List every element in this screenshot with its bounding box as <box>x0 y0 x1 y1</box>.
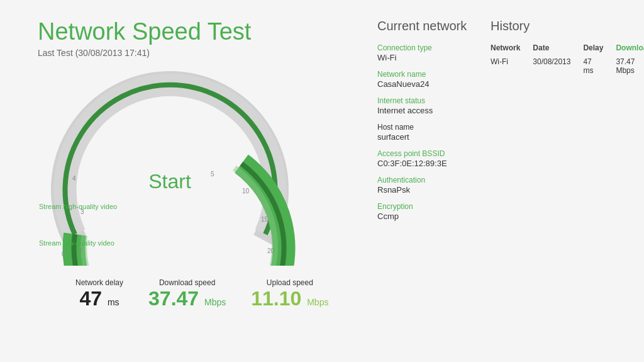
download-value: 37.47 Mbps <box>148 288 226 308</box>
host-name-label: Host name <box>377 123 491 132</box>
svg-text:4: 4 <box>72 175 76 182</box>
right-columns: Current network Connection type Wi-Fi Ne… <box>377 19 621 229</box>
host-name-value: surfacert <box>377 132 491 142</box>
upload-speed-stat: Upload speed 11.10 Mbps <box>251 278 328 308</box>
internet-status-value: Internet access <box>377 106 491 115</box>
svg-text:2: 2 <box>79 247 82 254</box>
auth-label: Authentication <box>377 176 491 184</box>
bssid-value: C0:3F:0E:12:89:3E <box>377 159 491 168</box>
delay-value: 47 ms <box>75 288 123 308</box>
col-header-network: Network <box>491 43 533 57</box>
network-name-label: Network name <box>377 70 491 79</box>
current-network-col: Current network Connection type Wi-Fi Ne… <box>377 19 491 229</box>
info-bssid: Access point BSSID C0:3F:0E:12:89:3E <box>377 149 491 168</box>
col-header-date: Date <box>533 43 583 57</box>
history-delay: 47 ms <box>583 57 616 77</box>
svg-text:Stream low-quality video: Stream low-quality video <box>39 239 114 247</box>
info-connection-type: Connection type Wi-Fi <box>377 43 491 62</box>
history-table: Network Date Delay Download Wi-Fi 30/08/… <box>491 43 644 77</box>
gauge-area: 0 0.5 5 10 15 20 30 40 50 4 3 2 1 Stream <box>38 71 302 272</box>
history-download: 37.47 Mbps <box>616 57 644 77</box>
upload-label: Upload speed <box>251 278 328 287</box>
download-speed-stat: Download speed 37.47 Mbps <box>148 278 226 308</box>
info-internet-status: Internet status Internet access <box>377 96 491 115</box>
auth-value: RsnaPsk <box>377 185 491 195</box>
download-label: Download speed <box>148 278 226 287</box>
delay-label: Network delay <box>75 278 123 287</box>
history-col: History Network Date Delay Download Wi-F… <box>491 19 644 229</box>
internet-status-label: Internet status <box>377 96 491 105</box>
svg-text:15: 15 <box>261 216 269 223</box>
network-delay-stat: Network delay 47 ms <box>75 278 123 308</box>
col-header-delay: Delay <box>583 43 616 57</box>
connection-type-label: Connection type <box>377 43 491 52</box>
info-authentication: Authentication RsnaPsk <box>377 176 491 195</box>
app-title: Network Speed Test <box>38 19 365 45</box>
info-host-name: Host name surfacert <box>377 123 491 142</box>
connection-type-value: Wi-Fi <box>377 53 491 62</box>
svg-text:20: 20 <box>267 247 275 254</box>
history-date: 30/08/2013 <box>533 57 583 77</box>
upload-value: 11.10 Mbps <box>251 288 328 308</box>
left-panel: Network Speed Test Last Test (30/08/2013… <box>38 19 365 349</box>
history-row: Wi-Fi 30/08/2013 47 ms 37.47 Mbps <box>491 57 644 77</box>
stats-row: Network delay 47 ms Download speed 37.47… <box>38 278 365 308</box>
info-network-name: Network name CasaNueva24 <box>377 70 491 89</box>
network-name-value: CasaNueva24 <box>377 79 491 89</box>
last-test-label: Last Test (30/08/2013 17:41) <box>38 48 365 58</box>
svg-text:5: 5 <box>211 171 214 178</box>
current-network-header: Current network <box>377 19 491 33</box>
right-panel: Current network Connection type Wi-Fi Ne… <box>365 19 621 349</box>
info-encryption: Encryption Ccmp <box>377 202 491 221</box>
encryption-value: Ccmp <box>377 212 491 221</box>
svg-text:10: 10 <box>242 188 250 195</box>
svg-text:Stream high-quality video: Stream high-quality video <box>39 203 117 210</box>
col-header-download: Download <box>616 43 644 57</box>
encryption-label: Encryption <box>377 202 491 211</box>
history-network: Wi-Fi <box>491 57 533 77</box>
svg-text:0: 0 <box>62 251 65 257</box>
gauge-svg: 0 0.5 5 10 15 20 30 40 50 4 3 2 1 Stream <box>38 71 302 266</box>
start-button[interactable]: Start <box>148 169 191 193</box>
bssid-label: Access point BSSID <box>377 149 491 158</box>
history-header: History <box>491 19 644 33</box>
